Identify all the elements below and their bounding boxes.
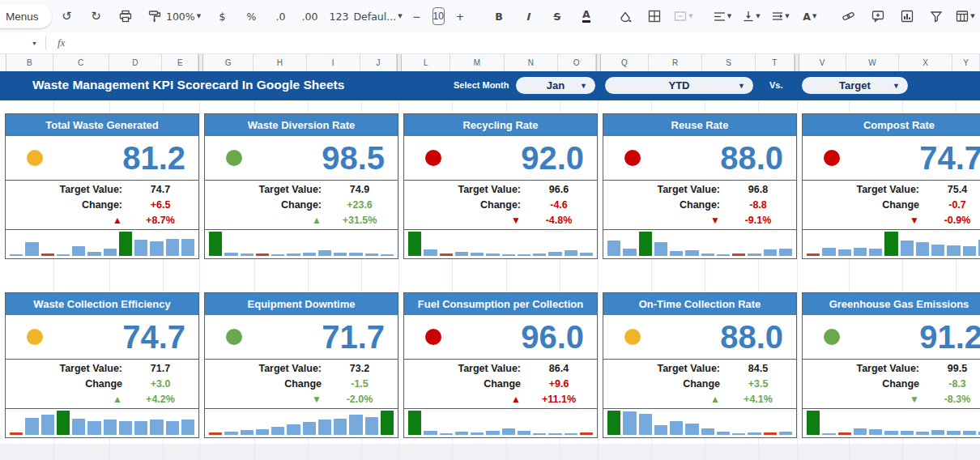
- change-value: -8.3: [919, 378, 980, 390]
- target-value: 73.2: [322, 363, 398, 374]
- text-color-button[interactable]: A: [573, 6, 600, 27]
- month-value: Jan: [547, 79, 565, 92]
- column-header[interactable]: E: [162, 54, 198, 71]
- column-header[interactable]: W: [846, 54, 900, 71]
- spark-bar: [241, 253, 254, 256]
- create-filter-button[interactable]: [922, 6, 950, 27]
- spark-bar: [150, 241, 163, 256]
- select-month-label: Select Month: [454, 80, 509, 90]
- column-header[interactable]: V: [799, 54, 846, 71]
- kpi-card-header: Waste Diversion Rate: [205, 114, 398, 136]
- column-header[interactable]: S: [702, 54, 756, 71]
- font-size-input[interactable]: 10: [432, 7, 445, 25]
- spark-bar: [209, 432, 222, 435]
- table-views-button[interactable]: ▼: [952, 6, 979, 27]
- spark-bar: [241, 430, 254, 435]
- change-row: Change: -4.6: [404, 198, 597, 213]
- comment-icon: [871, 10, 884, 23]
- column-header[interactable]: Q: [601, 54, 650, 71]
- insert-link-button[interactable]: [835, 6, 863, 27]
- spark-bar: [565, 250, 577, 256]
- text-rotation-button[interactable]: A▼: [796, 6, 824, 27]
- kpi-value-row: 71.7: [205, 315, 398, 360]
- spark-bar: [717, 432, 730, 435]
- column-header[interactable]: T: [756, 54, 795, 71]
- spark-bar: [548, 252, 561, 256]
- column-header[interactable]: R: [649, 54, 702, 71]
- redo-button[interactable]: ↻: [83, 6, 110, 27]
- strikethrough-button[interactable]: S: [543, 6, 571, 27]
- insert-comment-button[interactable]: [864, 6, 892, 27]
- print-button[interactable]: [112, 6, 139, 27]
- paint-format-button[interactable]: [141, 6, 168, 27]
- column-header[interactable]: B: [6, 54, 53, 71]
- kpi-card: Greenhouse Gas Emissions 91.2 Target Val…: [802, 292, 980, 438]
- column-header[interactable]: N: [505, 54, 558, 71]
- column-header[interactable]: J: [360, 54, 398, 71]
- trend-row: ▲ +4.1%: [603, 392, 796, 407]
- spark-bar: [717, 254, 730, 256]
- fill-color-button[interactable]: [611, 6, 639, 27]
- decrease-font-size-button[interactable]: −: [403, 6, 431, 27]
- spark-bar: [502, 254, 515, 256]
- format-currency-button[interactable]: $: [209, 6, 236, 27]
- font-select[interactable]: Defaul...▼: [364, 6, 392, 27]
- spark-bar: [732, 253, 745, 256]
- sparkline-chart: [205, 230, 398, 258]
- text-wrap-button[interactable]: ▼: [767, 6, 795, 27]
- spark-bar: [166, 421, 179, 435]
- column-header[interactable]: M: [450, 54, 505, 71]
- trend-arrow-icon: ▲: [205, 215, 322, 226]
- vertical-align-button[interactable]: ▼: [738, 6, 765, 27]
- undo-button[interactable]: ↺: [53, 6, 81, 27]
- bold-button[interactable]: B: [485, 6, 513, 27]
- kpi-value: 96.0: [441, 321, 597, 353]
- column-header[interactable]: G: [203, 54, 254, 71]
- column-header[interactable]: O: [558, 54, 596, 71]
- menus-search-button[interactable]: Menus: [0, 4, 52, 28]
- sparkline-chart: [603, 230, 796, 258]
- spark-bar: [381, 411, 394, 435]
- column-header[interactable]: L: [402, 54, 450, 71]
- compare-dropdown[interactable]: Target ▼: [802, 77, 908, 94]
- column-header[interactable]: H: [254, 54, 307, 71]
- period-dropdown[interactable]: YTD ▼: [605, 77, 753, 94]
- spark-bar: [807, 253, 820, 256]
- spark-bar: [639, 414, 652, 435]
- spark-bar: [947, 431, 960, 435]
- kpi-card-header: Compost Rate: [803, 114, 980, 136]
- target-value: 74.9: [322, 184, 398, 195]
- spark-bar: [623, 249, 636, 256]
- column-header[interactable]: X: [899, 54, 952, 71]
- column-header[interactable]: D: [109, 54, 163, 71]
- name-box[interactable]: ▼: [0, 40, 37, 46]
- merge-cells-button[interactable]: ▼: [670, 6, 697, 27]
- zoom-select[interactable]: 100%▼: [170, 6, 198, 27]
- borders-button[interactable]: [641, 6, 668, 27]
- spark-bar: [72, 246, 85, 256]
- increase-decimal-button[interactable]: .00: [296, 6, 324, 27]
- horizontal-align-button[interactable]: ▼: [709, 6, 736, 27]
- increase-font-size-button[interactable]: +: [446, 6, 474, 27]
- more-formats-button[interactable]: 123: [326, 6, 353, 27]
- insert-chart-button[interactable]: [893, 6, 921, 27]
- column-header[interactable]: I: [307, 54, 360, 71]
- column-header[interactable]: C: [53, 54, 109, 71]
- column-header[interactable]: Y: [952, 54, 980, 71]
- italic-button[interactable]: I: [514, 6, 542, 27]
- kpi-title: Compost Rate: [863, 119, 935, 131]
- format-percent-button[interactable]: %: [238, 6, 266, 27]
- spark-bar: [334, 419, 347, 435]
- spark-bar: [134, 421, 147, 435]
- spark-bar: [41, 253, 54, 256]
- status-dot-icon: [824, 329, 840, 345]
- spark-bar: [764, 432, 777, 435]
- status-dot-icon: [425, 329, 441, 345]
- spark-bar: [87, 421, 100, 435]
- kpi-title: Greenhouse Gas Emissions: [829, 298, 969, 310]
- target-row: Target Value: 96.8: [603, 182, 796, 198]
- spark-bar: [901, 241, 914, 256]
- decrease-decimal-button[interactable]: .0: [267, 6, 295, 27]
- kpi-card: Fuel Consumption per Collection 96.0 Tar…: [403, 292, 598, 438]
- month-dropdown[interactable]: Jan ▼: [516, 77, 595, 94]
